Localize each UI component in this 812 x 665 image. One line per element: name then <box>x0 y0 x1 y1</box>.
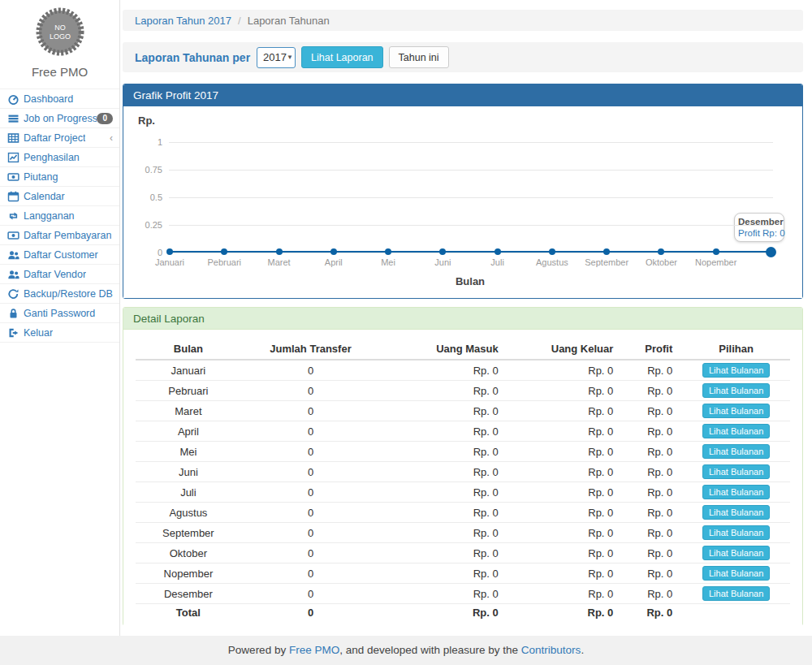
view-report-button[interactable]: Lihat Laporan <box>301 46 382 68</box>
sidebar-item-langganan[interactable]: Langganan <box>0 206 119 226</box>
year-select-value: 2017 <box>263 51 287 63</box>
cell: Oktober <box>136 543 241 564</box>
users-icon <box>7 249 19 261</box>
sidebar-item-job-on-progress[interactable]: Job on Progress0 <box>0 109 119 128</box>
y-axis-label: Rp. <box>138 114 155 127</box>
table-row-nopember: Nopember0Rp. 0Rp. 0Rp. 0Lihat Bulanan <box>136 564 790 584</box>
cell: Rp. 0 <box>623 360 682 381</box>
tooltip-value: Profit Rp: 0 <box>738 228 780 238</box>
cell: Mei <box>136 442 241 462</box>
cell: Rp. 0 <box>623 543 682 564</box>
sidebar-item-keluar[interactable]: Keluar <box>0 323 119 343</box>
actions-cell: Lihat Bulanan <box>682 523 790 543</box>
column-header-profit: Profit <box>623 339 682 360</box>
data-point-juni[interactable] <box>439 248 446 255</box>
cell: Rp. 0 <box>380 543 508 564</box>
sidebar-item-label: Ganti Password <box>24 308 95 319</box>
table-row-maret: Maret0Rp. 0Rp. 0Rp. 0Lihat Bulanan <box>136 401 790 421</box>
view-monthly-button[interactable]: Lihat Bulanan <box>702 404 770 418</box>
cell: Rp. 0 <box>508 604 624 622</box>
sidebar-item-label: Keluar <box>24 327 53 339</box>
view-monthly-button[interactable]: Lihat Bulanan <box>702 383 770 398</box>
cell: Nopember <box>136 564 241 584</box>
view-monthly-button[interactable]: Lihat Bulanan <box>702 464 770 479</box>
x-tick-label: Pebruari <box>207 257 241 267</box>
sidebar-item-ganti-password[interactable]: Ganti Password <box>0 304 119 323</box>
data-point-oktober[interactable] <box>658 248 664 255</box>
actions-cell: Lihat Bulanan <box>682 584 790 604</box>
actions-cell: Lihat Bulanan <box>682 360 790 381</box>
data-point-januari[interactable] <box>166 248 173 255</box>
view-monthly-button[interactable]: Lihat Bulanan <box>702 546 770 560</box>
y-tick-label: 0.25 <box>123 220 162 230</box>
sidebar-item-daftar-vendor[interactable]: Daftar Vendor <box>0 265 119 284</box>
view-monthly-button[interactable]: Lihat Bulanan <box>702 586 770 601</box>
cell: Maret <box>136 401 241 421</box>
view-monthly-button[interactable]: Lihat Bulanan <box>702 485 770 499</box>
view-monthly-button[interactable]: Lihat Bulanan <box>702 525 770 540</box>
x-tick-label: Januari <box>155 257 184 267</box>
cell: Rp. 0 <box>508 360 624 381</box>
sidebar-item-piutang[interactable]: Piutang <box>0 167 119 187</box>
dashboard-icon <box>7 93 19 105</box>
sidebar-item-penghasilan[interactable]: Penghasilan <box>0 148 119 167</box>
cell: 0 <box>241 584 380 604</box>
view-monthly-button[interactable]: Lihat Bulanan <box>702 424 770 438</box>
cell: Rp. 0 <box>623 503 682 523</box>
table-row-agustus: Agustus0Rp. 0Rp. 0Rp. 0Lihat Bulanan <box>136 503 790 523</box>
data-point-maret[interactable] <box>276 248 283 255</box>
sidebar-item-daftar-customer[interactable]: Daftar Customer <box>0 245 119 265</box>
cell: Januari <box>136 360 241 381</box>
data-point-mei[interactable] <box>385 248 391 255</box>
cell: Rp. 0 <box>623 584 682 604</box>
sidebar-item-label: Penghasilan <box>24 152 80 163</box>
sidebar-item-label: Daftar Customer <box>24 249 98 261</box>
lock-icon <box>7 308 19 319</box>
data-point-desember[interactable] <box>766 247 776 257</box>
profit-line-chart: Rp. Desember Profit Rp: 0 Bulan 10.750.5… <box>123 106 802 298</box>
report-filter-bar: Laporan Tahunan per 2017 ▼ Lihat Laporan… <box>123 42 803 72</box>
breadcrumb-link-laporan-tahun[interactable]: Laporan Tahun 2017 <box>135 15 231 27</box>
sidebar-item-backup-restore-db[interactable]: Backup/Restore DB <box>0 284 119 304</box>
cell: Rp. 0 <box>623 401 682 421</box>
cell: Total <box>136 604 241 622</box>
view-monthly-button[interactable]: Lihat Bulanan <box>702 566 770 581</box>
cell: Rp. 0 <box>623 523 682 543</box>
x-tick-label: Oktober <box>646 257 677 267</box>
line-chart-icon <box>7 152 19 163</box>
data-point-april[interactable] <box>330 248 337 255</box>
cell: Rp. 0 <box>623 564 682 584</box>
sidebar-item-label: Calendar <box>24 191 65 202</box>
data-point-nopember[interactable] <box>713 248 719 255</box>
cell: Rp. 0 <box>380 584 508 604</box>
filter-label: Laporan Tahunan per <box>135 51 250 64</box>
cell: 0 <box>241 482 380 503</box>
gridline <box>169 197 773 198</box>
view-monthly-button[interactable]: Lihat Bulanan <box>702 363 770 378</box>
cell: Rp. 0 <box>380 381 508 401</box>
data-point-september[interactable] <box>603 248 610 255</box>
sidebar-item-dashboard[interactable]: Dashboard <box>0 89 119 109</box>
data-point-pebruari[interactable] <box>221 248 227 255</box>
cell: September <box>136 523 241 543</box>
cell: Rp. 0 <box>380 401 508 421</box>
cell: 0 <box>241 564 380 584</box>
count-badge: 0 <box>97 113 113 124</box>
footer-brand-link[interactable]: Free PMO <box>289 644 339 656</box>
money-icon <box>7 230 19 241</box>
this-year-button[interactable]: Tahun ini <box>389 46 449 68</box>
year-select[interactable]: 2017 ▼ <box>257 47 296 68</box>
cell: Rp. 0 <box>508 381 624 401</box>
data-point-juli[interactable] <box>495 248 501 255</box>
sidebar-item-label: Job on Progress <box>24 113 97 124</box>
sidebar-item-daftar-pembayaran[interactable]: Daftar Pembayaran <box>0 226 119 245</box>
sidebar-item-calendar[interactable]: Calendar <box>0 187 119 206</box>
footer-contributors-link[interactable]: Contributors <box>521 644 581 656</box>
sidebar-item-daftar-project[interactable]: Daftar Project‹ <box>0 128 119 148</box>
view-monthly-button[interactable]: Lihat Bulanan <box>702 505 770 520</box>
breadcrumb-separator: / <box>238 15 241 27</box>
view-monthly-button[interactable]: Lihat Bulanan <box>702 444 770 459</box>
data-point-agustus[interactable] <box>549 248 555 255</box>
x-axis-title: Bulan <box>456 275 485 287</box>
retweet-icon <box>7 210 19 222</box>
